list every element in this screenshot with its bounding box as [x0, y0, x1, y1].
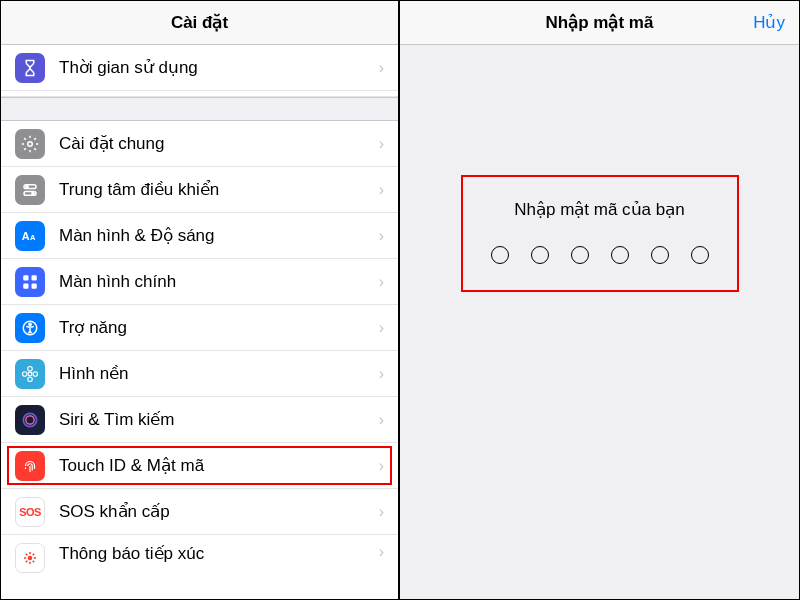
svg-point-20	[29, 557, 32, 560]
cancel-button[interactable]: Hủy	[753, 12, 785, 33]
passcode-dot	[571, 246, 589, 264]
section-gap	[1, 97, 398, 121]
svg-point-4	[32, 192, 34, 194]
grid-icon	[15, 267, 45, 297]
svg-point-17	[33, 371, 38, 376]
row-display-brightness[interactable]: AA Màn hình & Độ sáng ›	[1, 213, 398, 259]
row-general[interactable]: Cài đặt chung ›	[1, 121, 398, 167]
svg-rect-10	[32, 283, 37, 288]
chevron-right-icon: ›	[379, 135, 384, 153]
burst-icon	[15, 543, 45, 573]
chevron-right-icon: ›	[379, 411, 384, 429]
passcode-title: Nhập mật mã	[546, 12, 654, 33]
row-exposure-notifications[interactable]: Thông báo tiếp xúc ›	[1, 535, 398, 565]
svg-point-3	[26, 185, 28, 187]
hourglass-icon	[15, 53, 45, 83]
row-label: Cài đặt chung	[59, 133, 379, 154]
gear-icon	[15, 129, 45, 159]
passcode-dot	[691, 246, 709, 264]
row-label: Thông báo tiếp xúc	[59, 543, 379, 564]
siri-icon	[15, 405, 45, 435]
row-sos[interactable]: SOS SOS khẩn cấp ›	[1, 489, 398, 535]
flower-icon	[15, 359, 45, 389]
row-accessibility[interactable]: Trợ năng ›	[1, 305, 398, 351]
settings-title: Cài đặt	[171, 12, 228, 33]
passcode-dots[interactable]	[491, 246, 709, 264]
svg-rect-8	[32, 275, 37, 280]
row-label: Màn hình chính	[59, 272, 379, 292]
chevron-right-icon: ›	[379, 59, 384, 77]
svg-rect-7	[23, 275, 28, 280]
row-siri-search[interactable]: Siri & Tìm kiếm ›	[1, 397, 398, 443]
row-label: Touch ID & Mật mã	[59, 455, 379, 476]
passcode-dot	[531, 246, 549, 264]
svg-point-14	[28, 366, 33, 371]
chevron-right-icon: ›	[379, 273, 384, 291]
row-label: Trợ năng	[59, 317, 379, 338]
settings-header: Cài đặt	[1, 1, 398, 45]
svg-point-15	[28, 377, 33, 382]
row-label: Trung tâm điều khiển	[59, 179, 379, 200]
passcode-panel: Nhập mật mã Hủy Nhập mật mã của bạn	[400, 1, 799, 599]
svg-text:A: A	[22, 230, 30, 242]
svg-point-13	[28, 372, 32, 376]
row-label: Màn hình & Độ sáng	[59, 225, 379, 246]
row-label: Siri & Tìm kiếm	[59, 409, 379, 430]
passcode-header: Nhập mật mã Hủy	[400, 1, 799, 45]
row-screen-time[interactable]: Thời gian sử dụng ›	[1, 45, 398, 91]
svg-point-12	[29, 323, 31, 325]
settings-panel: Cài đặt Thời gian sử dụng › Cài đặt chun…	[1, 1, 400, 599]
svg-point-19	[26, 415, 34, 423]
chevron-right-icon: ›	[379, 181, 384, 199]
row-label: SOS khẩn cấp	[59, 501, 379, 522]
chevron-right-icon: ›	[379, 457, 384, 475]
passcode-highlight-box: Nhập mật mã của bạn	[461, 175, 739, 292]
chevron-right-icon: ›	[379, 365, 384, 383]
row-label: Hình nền	[59, 363, 379, 384]
row-home-screen[interactable]: Màn hình chính ›	[1, 259, 398, 305]
fingerprint-icon	[15, 451, 45, 481]
passcode-dot	[611, 246, 629, 264]
accessibility-icon	[15, 313, 45, 343]
passcode-dot	[491, 246, 509, 264]
svg-point-16	[23, 371, 28, 376]
chevron-right-icon: ›	[379, 319, 384, 337]
passcode-dot	[651, 246, 669, 264]
row-control-center[interactable]: Trung tâm điều khiển ›	[1, 167, 398, 213]
passcode-prompt: Nhập mật mã của bạn	[491, 199, 709, 220]
row-wallpaper[interactable]: Hình nền ›	[1, 351, 398, 397]
svg-rect-9	[23, 283, 28, 288]
svg-text:A: A	[30, 233, 36, 242]
chevron-right-icon: ›	[379, 503, 384, 521]
chevron-right-icon: ›	[379, 543, 384, 561]
row-touchid-passcode[interactable]: Touch ID & Mật mã ›	[1, 443, 398, 489]
chevron-right-icon: ›	[379, 227, 384, 245]
switches-icon	[15, 175, 45, 205]
row-label: Thời gian sử dụng	[59, 57, 379, 78]
text-size-icon: AA	[15, 221, 45, 251]
svg-point-0	[28, 141, 33, 146]
sos-icon: SOS	[15, 497, 45, 527]
